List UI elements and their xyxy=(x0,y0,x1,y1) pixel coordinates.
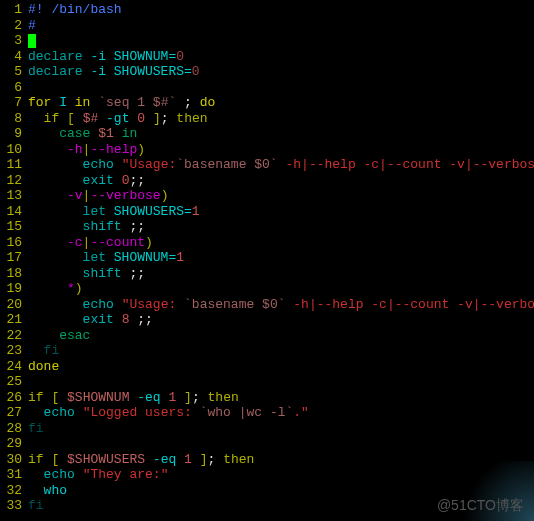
code-line[interactable]: 16 -c|--count) xyxy=(0,235,534,251)
code-line[interactable]: 17 let SHOWNUM=1 xyxy=(0,250,534,266)
code-line[interactable]: 27 echo "Logged users: `who |wc -l`." xyxy=(0,405,534,421)
line-number: 1 xyxy=(0,2,28,18)
code-line[interactable]: 1#! /bin/bash xyxy=(0,2,534,18)
code-line[interactable]: 19 *) xyxy=(0,281,534,297)
code-line[interactable]: 6 xyxy=(0,80,534,96)
line-content[interactable]: if [ $# -gt 0 ]; then xyxy=(28,111,534,127)
code-line[interactable]: 7for I in `seq 1 $#` ; do xyxy=(0,95,534,111)
line-content[interactable]: -v|--verbose) xyxy=(28,188,534,204)
code-line[interactable]: 25 xyxy=(0,374,534,390)
line-content[interactable]: case $1 in xyxy=(28,126,534,142)
line-content[interactable]: exit 0;; xyxy=(28,173,534,189)
code-token xyxy=(75,405,83,420)
line-number: 13 xyxy=(0,188,28,204)
line-content[interactable]: *) xyxy=(28,281,534,297)
code-line[interactable]: 29 xyxy=(0,436,534,452)
line-content[interactable]: echo "Usage:`basename $0` -h|--help -c|-… xyxy=(28,157,534,173)
code-token xyxy=(28,157,83,172)
code-line[interactable]: 21 exit 8 ;; xyxy=(0,312,534,328)
code-token: -h|--help -c|--count -v|--verbose" xyxy=(278,157,534,172)
code-line[interactable]: 9 case $1 in xyxy=(0,126,534,142)
line-content[interactable]: for I in `seq 1 $#` ; do xyxy=(28,95,534,111)
code-token: 1 xyxy=(176,250,184,265)
code-line[interactable]: 13 -v|--verbose) xyxy=(0,188,534,204)
code-line[interactable]: 26if [ $SHOWNUM -eq 1 ]; then xyxy=(0,390,534,406)
line-number: 17 xyxy=(0,250,28,266)
code-editor[interactable]: 1#! /bin/bash2#34declare -i SHOWNUM=05de… xyxy=(0,0,534,516)
line-content[interactable]: declare -i SHOWUSERS=0 xyxy=(28,64,534,80)
code-line[interactable]: 14 let SHOWUSERS=1 xyxy=(0,204,534,220)
code-token: ; xyxy=(192,390,200,405)
code-token: let xyxy=(83,204,106,219)
code-token: if xyxy=(28,390,44,405)
code-token: --help xyxy=(90,142,137,157)
code-token: `basename $0` xyxy=(184,297,285,312)
code-line[interactable]: 2# xyxy=(0,18,534,34)
code-token: who xyxy=(28,483,67,498)
code-line[interactable]: 23 fi xyxy=(0,343,534,359)
code-line[interactable]: 24done xyxy=(0,359,534,375)
line-content[interactable]: -c|--count) xyxy=(28,235,534,251)
line-number: 28 xyxy=(0,421,28,437)
line-number: 31 xyxy=(0,467,28,483)
line-number: 15 xyxy=(0,219,28,235)
code-line[interactable]: 22 esac xyxy=(0,328,534,344)
code-token: then xyxy=(176,111,207,126)
code-token: #! xyxy=(28,2,44,17)
code-line[interactable]: 12 exit 0;; xyxy=(0,173,534,189)
line-content[interactable]: echo "They are:" xyxy=(28,467,534,483)
code-token xyxy=(114,126,122,141)
code-line[interactable]: 31 echo "They are:" xyxy=(0,467,534,483)
code-line[interactable]: 4declare -i SHOWNUM=0 xyxy=(0,49,534,65)
code-token xyxy=(200,390,208,405)
line-content[interactable]: -h|--help) xyxy=(28,142,534,158)
code-line[interactable]: 30if [ $SHOWUSERS -eq 1 ]; then xyxy=(0,452,534,468)
code-token: echo xyxy=(83,297,114,312)
code-token: 1 xyxy=(192,204,200,219)
line-content[interactable]: exit 8 ;; xyxy=(28,312,534,328)
code-token: `basename $0` xyxy=(176,157,277,172)
line-content[interactable]: shift ;; xyxy=(28,266,534,282)
line-number: 25 xyxy=(0,374,28,390)
line-content[interactable]: #! /bin/bash xyxy=(28,2,534,18)
line-content[interactable]: declare -i SHOWNUM=0 xyxy=(28,49,534,65)
line-content[interactable]: echo "Logged users: `who |wc -l`." xyxy=(28,405,534,421)
line-number: 7 xyxy=(0,95,28,111)
line-content[interactable]: if [ $SHOWNUM -eq 1 ]; then xyxy=(28,390,534,406)
code-token: echo xyxy=(83,157,114,172)
code-token: do xyxy=(200,95,216,110)
code-line[interactable]: 10 -h|--help) xyxy=(0,142,534,158)
line-content[interactable]: if [ $SHOWUSERS -eq 1 ]; then xyxy=(28,452,534,468)
code-line[interactable]: 8 if [ $# -gt 0 ]; then xyxy=(0,111,534,127)
code-token xyxy=(28,467,44,482)
code-token: -gt xyxy=(98,111,137,126)
code-token xyxy=(114,173,122,188)
code-line[interactable]: 28fi xyxy=(0,421,534,437)
code-line[interactable]: 18 shift ;; xyxy=(0,266,534,282)
code-line[interactable]: 3 xyxy=(0,33,534,49)
line-content[interactable]: who xyxy=(28,483,534,499)
code-line[interactable]: 11 echo "Usage:`basename $0` -h|--help -… xyxy=(0,157,534,173)
code-line[interactable]: 32 who xyxy=(0,483,534,499)
code-line[interactable]: 15 shift ;; xyxy=(0,219,534,235)
line-content[interactable] xyxy=(28,33,534,49)
line-content[interactable]: shift ;; xyxy=(28,219,534,235)
line-content[interactable]: # xyxy=(28,18,534,34)
line-content[interactable]: fi xyxy=(28,421,534,437)
line-number: 26 xyxy=(0,390,28,406)
line-number: 10 xyxy=(0,142,28,158)
code-token: ." xyxy=(293,405,309,420)
line-content[interactable]: done xyxy=(28,359,534,375)
line-content[interactable]: echo "Usage: `basename $0` -h|--help -c|… xyxy=(28,297,534,313)
line-content[interactable]: let SHOWNUM=1 xyxy=(28,250,534,266)
code-token: -i SHOWNUM= xyxy=(83,49,177,64)
code-line[interactable]: 20 echo "Usage: `basename $0` -h|--help … xyxy=(0,297,534,313)
line-number: 8 xyxy=(0,111,28,127)
code-token xyxy=(59,452,67,467)
code-token xyxy=(28,219,83,234)
line-content[interactable]: esac xyxy=(28,328,534,344)
line-number: 30 xyxy=(0,452,28,468)
code-line[interactable]: 5declare -i SHOWUSERS=0 xyxy=(0,64,534,80)
line-content[interactable]: fi xyxy=(28,343,534,359)
line-content[interactable]: let SHOWUSERS=1 xyxy=(28,204,534,220)
